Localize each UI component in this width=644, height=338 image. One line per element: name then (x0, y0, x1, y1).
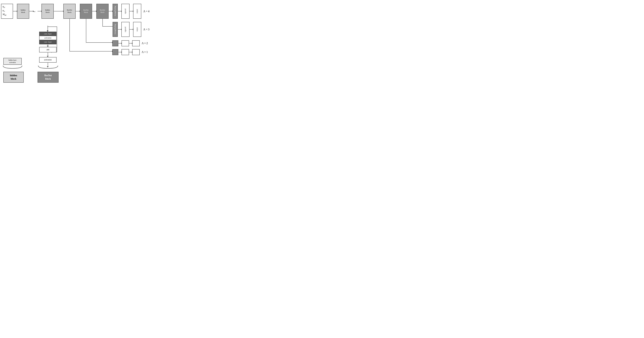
arrow-w1-w2-2 (129, 43, 132, 44)
arrow-r1-r2 (76, 11, 80, 11)
arrow-h1-dots (29, 11, 33, 11)
lambda-4: Λ = 4 (143, 10, 149, 13)
gray-block-2 (112, 40, 118, 46)
white-box-1-2 (122, 40, 129, 46)
hidden-block-1: hiddenblock (17, 4, 29, 19)
arrow-w1-w2-1 (129, 52, 132, 52)
resnet-arrow-add (47, 46, 48, 47)
add-act-arrowhead (47, 56, 48, 57)
arrow-r3-avg (109, 11, 112, 11)
resnet-block-3: ResNetblock (96, 4, 108, 19)
resnet-conv1: conv. layer (40, 32, 56, 36)
hidden-block-2: hiddenblock (42, 4, 54, 19)
add-box: add (39, 47, 56, 52)
input-box: rk, rs, Mtar (1, 4, 13, 19)
white-box-1-1 (122, 49, 129, 55)
legend-hidden-block: hiddenblock (4, 72, 24, 83)
sigmoid-3: sigmoid (122, 22, 130, 37)
output-top: output (133, 4, 141, 19)
avg-pool-top: AvaragePooling (112, 4, 118, 19)
output-3: output (133, 22, 141, 37)
brace-hidden (2, 65, 23, 69)
lambda-3: Λ = 3 (143, 28, 149, 31)
arrow-avg-sig-3 (118, 29, 121, 30)
skip-v-line (57, 27, 57, 52)
branch-v-line-3 (102, 19, 103, 26)
arrow-r2-r3 (92, 11, 96, 11)
arrow-dots-h2 (38, 11, 41, 11)
lambda-1: Λ = 1 (142, 51, 148, 54)
arrow-sig-out-3 (130, 29, 133, 30)
arrow-input-hidden1 (13, 11, 17, 11)
resnet-arrow-in (47, 31, 48, 32)
brace-resnet (38, 65, 58, 69)
activation-box: activation (39, 57, 56, 63)
diagram: rk, rs, Mtar hiddenblock ... hiddenblock… (0, 0, 161, 85)
legend-resnet-block: ResNetblock (38, 72, 58, 83)
resnet-block-1: ResNetblock (64, 4, 76, 19)
arrow-detail-add (48, 42, 48, 46)
skip-top-h (48, 27, 57, 27)
arrow-avg-sig-top (118, 11, 121, 11)
branch-v-line-1 (70, 19, 70, 51)
arrow-g2-w1 (118, 43, 122, 44)
arrow-sig-out-top (130, 11, 133, 11)
avg-pool-3: AvaragePooling (112, 22, 118, 37)
gray-block-1 (112, 49, 118, 55)
arrow-branch-2 (86, 42, 112, 43)
arrow-branch-1 (70, 51, 112, 52)
white-box-2-2 (132, 40, 140, 46)
resnet-activation: activation (40, 36, 56, 40)
sigmoid-top: sigmoid (122, 4, 130, 19)
branch-v-line-2 (86, 19, 86, 43)
resnet-block-2: ResNetblock (80, 4, 92, 19)
white-box-2-1 (132, 49, 140, 55)
arrow-add-act (48, 53, 48, 56)
arrow-g1-w1 (118, 52, 122, 52)
dots: ... (34, 10, 36, 13)
lambda-2: Λ = 2 (142, 42, 148, 45)
branch-h-line-3 (102, 26, 113, 27)
hidden-layer-activation-box: hidden layeractivation (4, 58, 22, 65)
input-label: rk, rs, Mtar (3, 5, 11, 17)
arrow-h2-r1 (54, 11, 63, 11)
